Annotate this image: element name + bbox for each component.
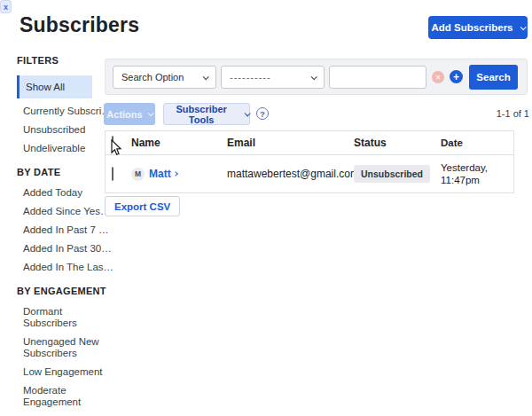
sidebar-item-unsubscribed[interactable]: Unsubscribed (23, 124, 99, 136)
sidebar-item-unengaged-new-subscribers[interactable]: Unengaged New Subscribers (23, 336, 105, 359)
chevron-down-icon (245, 110, 251, 116)
subscriber-tools-button[interactable]: Subscriber Tools (163, 103, 250, 125)
sidebar-item-dormant-subscribers[interactable]: Dormant Subscribers (23, 306, 105, 329)
date-line-2: 11:47pm (441, 174, 513, 186)
chevron-right-icon (173, 171, 178, 177)
remove-criteria-icon: ✕ (432, 71, 444, 83)
avatar: M (131, 168, 145, 181)
chevron-down-icon (147, 110, 153, 116)
column-header-date: Date (441, 137, 513, 149)
column-header-email: Email (227, 137, 354, 149)
sidebar-item-moderate-engagement[interactable]: Moderate Engagement (23, 385, 105, 408)
table-row: M Matt mattawebertest@gmail.com Unsubscr… (106, 155, 513, 192)
sidebar-heading-by-date: BY DATE (17, 167, 99, 177)
search-input[interactable] (329, 66, 426, 89)
sidebar-item-added-past-30[interactable]: Added In Past 30… (23, 243, 99, 255)
subscriber-name: Matt (149, 168, 171, 180)
add-subscribers-label: Add Subscribers (431, 22, 512, 33)
sidebar-item-added-today[interactable]: Added Today (23, 187, 99, 199)
subscriber-email: mattawebertest@gmail.com (227, 168, 354, 180)
search-panel: Search Option ---------- ✕ + Search (105, 59, 528, 95)
actions-label: Actions (106, 109, 142, 120)
subscriber-name-link[interactable]: Matt (149, 168, 177, 180)
sidebar-heading-by-engagement: BY ENGAGEMENT (17, 286, 99, 296)
chevron-down-icon (311, 74, 317, 80)
chevron-down-icon (203, 74, 209, 80)
export-csv-button[interactable]: Export CSV (105, 196, 180, 216)
search-criteria-value: ---------- (230, 72, 271, 82)
subscriber-tools-label: Subscriber Tools (164, 104, 239, 125)
search-button[interactable]: Search (469, 65, 518, 90)
subscriber-date: Yesterday, 11:47pm (441, 161, 513, 186)
actions-button[interactable]: Actions (104, 103, 155, 125)
sidebar-item-added-since-yesterday[interactable]: Added Since Yes… (23, 206, 99, 217)
sidebar-item-low-engagement[interactable]: Low Engagement (23, 366, 99, 378)
subscribers-table: Name Email Status Date M Matt mattaweber… (105, 130, 514, 193)
sidebar-item-added-in-the-last[interactable]: Added In The Las… (23, 262, 99, 273)
date-line-1: Yesterday, (441, 161, 513, 174)
column-header-name: Name (131, 137, 227, 149)
add-subscribers-button[interactable]: Add Subscribers (428, 16, 528, 39)
pagination-count: 1-1 of 1 (497, 108, 529, 119)
sidebar-item-added-past-7[interactable]: Added In Past 7 … (23, 224, 99, 236)
sidebar-item-currently-subscribed[interactable]: Currently Subscri… (23, 106, 99, 117)
overlay-close-badge[interactable]: x (0, 0, 12, 13)
status-badge: Unsubscribed (354, 165, 430, 183)
search-criteria-select[interactable]: ---------- (221, 66, 325, 89)
sidebar-item-undeliverable[interactable]: Undeliverable (23, 143, 99, 154)
sidebar-heading-filters: FILTERS (17, 55, 99, 66)
search-option-select[interactable]: Search Option (113, 66, 216, 89)
filters-sidebar: FILTERS Show All Currently Subscri… Unsu… (0, 51, 99, 416)
search-option-value: Search Option (121, 72, 184, 82)
help-icon[interactable]: ? (256, 107, 269, 120)
column-header-status: Status (354, 137, 441, 149)
select-all-checkbox[interactable] (112, 136, 113, 150)
page-title: Subscribers (20, 13, 139, 37)
sidebar-item-show-all[interactable]: Show All (17, 75, 92, 98)
chevron-down-icon (520, 24, 526, 30)
add-criteria-icon[interactable]: + (450, 70, 463, 83)
row-checkbox[interactable] (112, 167, 113, 181)
table-header-row: Name Email Status Date (106, 131, 513, 155)
